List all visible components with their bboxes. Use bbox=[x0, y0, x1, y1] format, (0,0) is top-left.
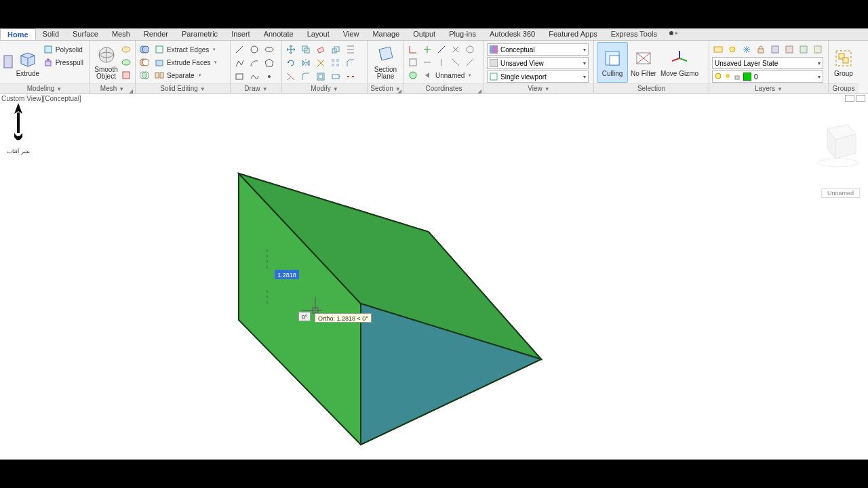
explode-icon[interactable] bbox=[315, 57, 327, 69]
panel-title-modeling[interactable]: Modeling▼ bbox=[0, 83, 89, 93]
layer-i7-icon[interactable] bbox=[797, 43, 810, 56]
fillet-icon[interactable] bbox=[300, 70, 312, 83]
tab-output[interactable]: Output bbox=[406, 28, 442, 40]
tab-home[interactable]: Home bbox=[0, 28, 36, 40]
mesh-more1-icon[interactable] bbox=[120, 43, 132, 56]
point-icon[interactable] bbox=[263, 70, 275, 83]
mirror-icon[interactable] bbox=[300, 57, 312, 69]
extrude-faces-button[interactable]: Extrude Faces▾ bbox=[152, 56, 220, 68]
tab-solid[interactable]: Solid bbox=[36, 28, 66, 40]
section-plane-button[interactable]: Section Plane bbox=[370, 42, 401, 83]
align-icon[interactable] bbox=[344, 43, 357, 56]
movegizmo-button[interactable]: Move Gizmo bbox=[659, 42, 700, 83]
polyline-icon[interactable] bbox=[233, 57, 245, 69]
panel-title-draw[interactable]: Draw▼ bbox=[231, 83, 281, 93]
layer-i6-icon[interactable] bbox=[783, 43, 795, 56]
tab-view[interactable]: View bbox=[336, 28, 366, 40]
array-icon[interactable] bbox=[330, 57, 342, 69]
separate-button[interactable]: Separate▾ bbox=[152, 69, 220, 81]
tab-annotate[interactable]: Annotate bbox=[257, 28, 300, 40]
saved-view-dropdown[interactable]: Unsaved View▾ bbox=[487, 57, 589, 69]
ucs-icon2[interactable] bbox=[421, 43, 433, 56]
mesh-more2-icon[interactable] bbox=[120, 56, 132, 68]
panel-title-layers[interactable]: Layers▼ bbox=[709, 83, 828, 93]
layer-freeze-icon[interactable] bbox=[741, 43, 753, 56]
nav-view-label[interactable]: Unnamed bbox=[821, 188, 860, 198]
union-icon[interactable] bbox=[138, 43, 151, 56]
panel-title-solid-editing[interactable]: Solid Editing▼ bbox=[136, 83, 230, 93]
stretch-icon[interactable] bbox=[330, 70, 342, 83]
mesh-more3-icon[interactable] bbox=[120, 69, 132, 81]
layer-i5-icon[interactable] bbox=[769, 43, 781, 56]
circle-icon[interactable] bbox=[248, 43, 260, 56]
copy-icon[interactable] bbox=[300, 43, 312, 56]
viewport[interactable]: Custom View][Conceptual] نشر آفتاب Unnam… bbox=[0, 94, 868, 460]
current-layer-dropdown[interactable]: 0▾ bbox=[712, 70, 823, 83]
line-icon[interactable] bbox=[233, 43, 245, 56]
presspull-button[interactable]: Presspull bbox=[41, 56, 86, 68]
ucs-world-icon[interactable] bbox=[407, 69, 419, 81]
ucs-icon7[interactable] bbox=[421, 56, 433, 68]
offset-icon[interactable] bbox=[315, 70, 327, 83]
viewport-config-dropdown[interactable]: Single viewport▾ bbox=[487, 70, 589, 83]
tab-express[interactable]: Express Tools bbox=[604, 28, 664, 40]
group-button[interactable]: Group bbox=[831, 42, 856, 83]
tab-extra-bullet-icon[interactable] bbox=[664, 28, 683, 40]
panel-title-groups[interactable]: Groups bbox=[829, 83, 859, 93]
tab-layout[interactable]: Layout bbox=[300, 28, 336, 40]
extrude-button[interactable]: Extrude bbox=[15, 42, 41, 83]
tab-mesh[interactable]: Mesh bbox=[105, 28, 137, 40]
tab-insert[interactable]: Insert bbox=[224, 28, 257, 40]
panel-title-view[interactable]: View▼ bbox=[484, 83, 593, 93]
panel-title-modify[interactable]: Modify▼ bbox=[282, 83, 367, 93]
visual-style-dropdown[interactable]: Conceptual▾ bbox=[487, 43, 589, 56]
tab-parametric[interactable]: Parametric bbox=[175, 28, 224, 40]
panel-title-section[interactable]: Section▼◢ bbox=[368, 83, 403, 93]
viewcube[interactable] bbox=[814, 121, 861, 168]
move-icon[interactable] bbox=[285, 43, 297, 56]
break-icon[interactable] bbox=[344, 70, 357, 83]
tab-featured[interactable]: Featured Apps bbox=[542, 28, 604, 40]
chamfer-icon[interactable] bbox=[344, 57, 357, 69]
trim-icon[interactable] bbox=[285, 70, 297, 83]
viewport-maximize-icon[interactable] bbox=[856, 95, 865, 102]
nofilter-button[interactable]: No Filter bbox=[628, 42, 659, 83]
ucs-icon1[interactable] bbox=[407, 43, 419, 56]
viewport-minimize-icon[interactable] bbox=[845, 95, 854, 102]
subtract-icon[interactable] bbox=[138, 56, 151, 68]
box-split-button[interactable] bbox=[3, 42, 15, 83]
extract-edges-button[interactable]: Extract Edges▾ bbox=[152, 43, 220, 56]
tab-plugins[interactable]: Plug-ins bbox=[442, 28, 483, 40]
layer-i8-icon[interactable] bbox=[812, 43, 824, 56]
arc-icon[interactable] bbox=[248, 57, 260, 69]
ucs-icon8[interactable] bbox=[435, 56, 448, 68]
culling-button[interactable]: Culling bbox=[597, 42, 628, 83]
tab-manage[interactable]: Manage bbox=[366, 28, 406, 40]
panel-title-coordinates[interactable]: Coordinates◢ bbox=[404, 83, 484, 93]
scale-icon[interactable] bbox=[330, 43, 342, 56]
ellipse-icon[interactable] bbox=[263, 43, 275, 56]
rect-icon[interactable] bbox=[233, 70, 245, 83]
distance-input[interactable]: 1.2818 bbox=[275, 270, 299, 279]
ucs-icon9[interactable] bbox=[450, 56, 462, 68]
polygon-icon[interactable] bbox=[263, 57, 275, 69]
ucs-icon10[interactable] bbox=[464, 56, 476, 68]
erase-icon[interactable] bbox=[315, 43, 327, 56]
layer-state-dropdown[interactable]: Unsaved Layer State▾ bbox=[712, 57, 823, 69]
rotate-icon[interactable] bbox=[285, 57, 297, 69]
intersect-icon[interactable] bbox=[138, 69, 151, 81]
spline-icon[interactable] bbox=[248, 70, 260, 83]
ucs-named-dropdown[interactable]: Unnamed▾ bbox=[435, 69, 471, 81]
angle-input[interactable]: 0° bbox=[298, 312, 311, 321]
panel-title-mesh[interactable]: Mesh▼◢ bbox=[90, 83, 135, 93]
ucs-icon4[interactable] bbox=[450, 43, 462, 56]
ucs-prev-icon[interactable] bbox=[421, 69, 433, 81]
layer-off-icon[interactable] bbox=[726, 43, 738, 56]
layer-lock-icon[interactable] bbox=[755, 43, 767, 56]
tab-render[interactable]: Render bbox=[137, 28, 175, 40]
ucs-icon3[interactable] bbox=[435, 43, 448, 56]
tab-surface[interactable]: Surface bbox=[66, 28, 105, 40]
layer-prop-icon[interactable] bbox=[712, 43, 724, 56]
ucs-icon5[interactable] bbox=[464, 43, 476, 56]
tab-autodesk360[interactable]: Autodesk 360 bbox=[483, 28, 542, 40]
